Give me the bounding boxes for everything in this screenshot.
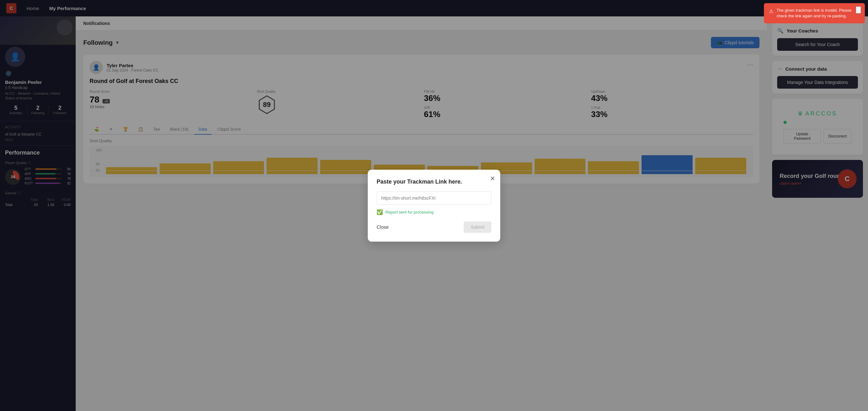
error-close-button[interactable]: ✕ — [856, 6, 861, 13]
modal-footer: Close Submit — [377, 221, 491, 233]
modal-submit-button[interactable]: Submit — [464, 221, 491, 233]
warning-icon: ⚠ — [769, 8, 773, 15]
modal-close-button[interactable]: Close — [377, 224, 389, 230]
modal-close-x-button[interactable]: ✕ — [490, 175, 495, 182]
error-message: The given trackman link is invalid. Plea… — [777, 7, 852, 19]
trackman-link-input[interactable] — [377, 191, 491, 205]
modal-success-text: Report sent for processing — [385, 210, 433, 215]
success-check-icon: ✅ — [377, 209, 383, 215]
error-banner: ⚠ The given trackman link is invalid. Pl… — [764, 3, 865, 23]
modal-overlay: ✕ Paste your Trackman Link here. ✅ Repor… — [0, 0, 868, 411]
modal-success-message: ✅ Report sent for processing — [377, 209, 491, 215]
modal-title: Paste your Trackman Link here. — [377, 179, 491, 185]
trackman-modal: ✕ Paste your Trackman Link here. ✅ Repor… — [368, 170, 500, 242]
